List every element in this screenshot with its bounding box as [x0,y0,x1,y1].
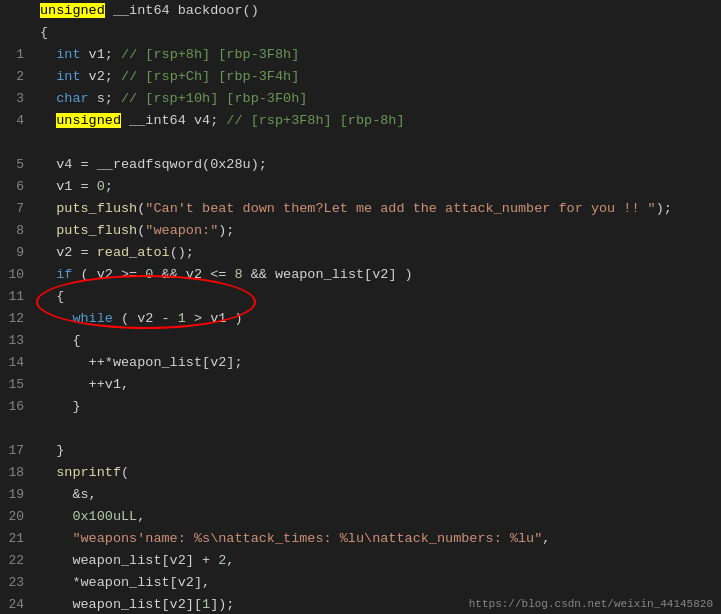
line-content: } [40,440,717,462]
line-content: puts_flush("Can't beat down them?Let me … [40,198,717,220]
token: v2 = [40,245,97,260]
token: ( v2 >= [72,267,145,282]
line-number: 22 [4,550,24,572]
token [40,47,56,62]
token: ); [218,223,234,238]
code-line: 19 &s, [0,484,721,506]
code-line [0,418,721,440]
code-line: 1 int v1; // [rsp+8h] [rbp-3F8h] [0,44,721,66]
line-number: 3 [4,88,24,110]
line-number: 18 [4,462,24,484]
line-content: "weapons'name: %s\nattack_times: %lu\nat… [40,528,717,550]
code-line: 5 v4 = __readfsqword(0x28u); [0,154,721,176]
token: ]); [210,597,234,612]
token: "weapons'name: %s\nattack_times: %lu\nat… [72,531,542,546]
token: } [40,443,64,458]
line-number: 14 [4,352,24,374]
code-line: 21 "weapons'name: %s\nattack_times: %lu\… [0,528,721,550]
line-content: puts_flush("weapon:"); [40,220,717,242]
line-content: ++v1, [40,374,717,396]
code-line: 15 ++v1, [0,374,721,396]
line-content: ++*weapon_list[v2]; [40,352,717,374]
line-number: 9 [4,242,24,264]
code-line: 22 weapon_list[v2] + 2, [0,550,721,572]
code-line: 3 char s; // [rsp+10h] [rbp-3F0h] [0,88,721,110]
line-number: 4 [4,110,24,132]
line-number: 7 [4,198,24,220]
line-content: unsigned __int64 backdoor() [40,0,717,22]
token: *weapon_list[v2], [40,575,210,590]
token [40,311,72,326]
token: char [56,91,88,106]
code-line: 6 v1 = 0; [0,176,721,198]
token: 1 [202,597,210,612]
token: &s, [40,487,97,502]
line-content: 0x100uLL, [40,506,717,528]
token [40,201,56,216]
token: v2; [81,69,122,84]
code-line: 12 while ( v2 - 1 > v1 ) [0,308,721,330]
line-number: 1 [4,44,24,66]
token: "weapon:" [145,223,218,238]
code-line: 7 puts_flush("Can't beat down them?Let m… [0,198,721,220]
line-content: v4 = __readfsqword(0x28u); [40,154,717,176]
line-number: 13 [4,330,24,352]
line-number: 16 [4,396,24,418]
token: > v1 ) [186,311,243,326]
line-content: v2 = read_atoi(); [40,242,717,264]
token: puts_flush [56,201,137,216]
code-line: unsigned __int64 backdoor() [0,0,721,22]
token: // [rsp+8h] [rbp-3F8h] [121,47,299,62]
token: weapon_list[v2] + [40,553,218,568]
line-number: 5 [4,154,24,176]
token: // [rsp+10h] [rbp-3F0h] [121,91,307,106]
token: __int64 backdoor() [105,3,259,18]
line-content: weapon_list[v2] + 2, [40,550,717,572]
code-line [0,132,721,154]
token: { [40,25,48,40]
token: 1 [178,311,186,326]
token: while [72,311,113,326]
line-number: 12 [4,308,24,330]
code-line: 9 v2 = read_atoi(); [0,242,721,264]
watermark: https://blog.csdn.net/weixin_44145820 [469,598,713,610]
token: if [56,267,72,282]
token: 8 [234,267,242,282]
token: // [rsp+3F8h] [rbp-8h] [226,113,404,128]
code-line: 8 puts_flush("weapon:"); [0,220,721,242]
line-content: char s; // [rsp+10h] [rbp-3F0h] [40,88,717,110]
token: ( v2 - [113,311,178,326]
token [40,267,56,282]
token: unsigned [56,113,121,128]
token: __int64 v4; [121,113,226,128]
line-content: if ( v2 >= 0 && v2 <= 8 && weapon_list[v… [40,264,717,286]
token: "Can't beat down them?Let me add the att… [145,201,655,216]
token: // [rsp+Ch] [rbp-3F4h] [121,69,299,84]
code-line: 14 ++*weapon_list[v2]; [0,352,721,374]
code-line: 18 snprintf( [0,462,721,484]
token: int [56,47,80,62]
token [40,69,56,84]
code-line: 17 } [0,440,721,462]
token: s; [89,91,121,106]
token: unsigned [40,3,105,18]
token: read_atoi [97,245,170,260]
line-number: 10 [4,264,24,286]
token: 0 [97,179,105,194]
code-line: 23 *weapon_list[v2], [0,572,721,594]
token: } [40,399,81,414]
token: , [542,531,550,546]
line-number: 19 [4,484,24,506]
line-content: int v1; // [rsp+8h] [rbp-3F8h] [40,44,717,66]
code-line: 16 } [0,396,721,418]
token: { [40,289,64,304]
line-content: while ( v2 - 1 > v1 ) [40,308,717,330]
token: ; [105,179,113,194]
token [40,509,72,524]
line-number: 2 [4,66,24,88]
token [40,91,56,106]
token: ++v1, [40,377,129,392]
line-number: 21 [4,528,24,550]
token: v1; [81,47,122,62]
token: v4 = __readfsqword(0x28u); [40,157,267,172]
